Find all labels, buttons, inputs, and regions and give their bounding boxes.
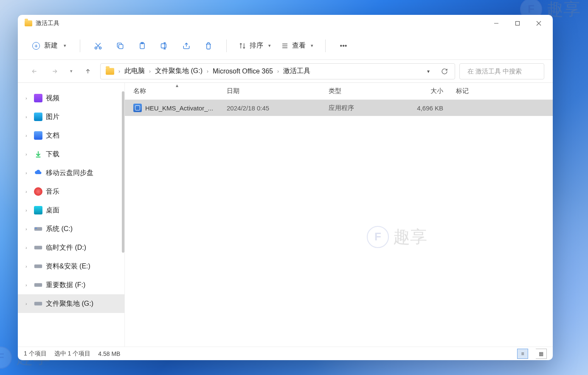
up-button[interactable] [80, 63, 96, 79]
view-label: 查看 [292, 41, 306, 50]
separator [80, 39, 80, 52]
icons-view-button[interactable]: ▦ [536, 349, 547, 359]
sidebar-item-desktop[interactable]: ›桌面 [18, 201, 124, 220]
chevron-right-icon: › [25, 189, 31, 194]
status-bar: 1 个项目 选中 1 个项目 4.58 MB ≡ ▦ [18, 347, 553, 360]
search-box[interactable] [459, 63, 544, 79]
titlebar[interactable]: 激活工具 [18, 15, 553, 32]
sidebar-item-pictures[interactable]: ›图片 [18, 107, 124, 126]
chevron-right-icon: › [25, 301, 31, 306]
svg-rect-21 [34, 227, 42, 231]
svg-rect-26 [34, 302, 42, 305]
chevron-right-icon: › [25, 264, 31, 269]
maximize-button[interactable] [507, 15, 528, 32]
sidebar-item-drive-c[interactable]: ›系统 (C:) [18, 220, 124, 238]
column-header[interactable]: ▴ 名称 日期 类型 大小 标记 [125, 83, 553, 100]
sidebar-item-documents[interactable]: ›文档 [18, 126, 124, 145]
breadcrumb-sep: › [148, 68, 152, 74]
file-area: ▴ 名称 日期 类型 大小 标记 HEU_KMS_Activator_... 2… [125, 83, 553, 347]
toolbar: + 新建 ▾ 排序 ▾ 查看 ▾ ••• [18, 32, 553, 60]
breadcrumb-folder2[interactable]: 激活工具 [281, 65, 313, 77]
explorer-window: 激活工具 + 新建 ▾ 排序 ▾ 查看 ▾ ••• [18, 15, 553, 360]
file-name: HEU_KMS_Activator_... [145, 104, 227, 112]
chevron-down-icon: ▾ [64, 43, 66, 48]
new-button[interactable]: + 新建 ▾ [26, 39, 72, 53]
view-button[interactable]: 查看 ▾ [277, 39, 318, 53]
address-bar[interactable]: › 此电脑 › 文件聚集地 (G:) › Microsoft Office 36… [100, 63, 455, 79]
drive-icon [34, 243, 42, 252]
file-row[interactable]: HEU_KMS_Activator_... 2024/2/18 0:45 应用程… [125, 100, 553, 116]
app-icon [133, 104, 142, 112]
close-button[interactable] [528, 15, 549, 32]
desktop-icon [34, 206, 42, 214]
sidebar-item-drive-d[interactable]: ›临时文件 (D:) [18, 238, 124, 257]
sidebar-item-label: 下载 [46, 150, 59, 159]
sidebar-item-label: 资料&安装 (E:) [46, 262, 90, 271]
column-name[interactable]: 名称 [133, 87, 227, 95]
sidebar-item-videos[interactable]: ›视频 [18, 89, 124, 107]
column-date[interactable]: 日期 [227, 87, 329, 95]
paste-button[interactable] [132, 36, 152, 56]
breadcrumb-sep: › [206, 68, 209, 74]
column-tag[interactable]: 标记 [456, 87, 553, 95]
column-type[interactable]: 类型 [329, 87, 405, 95]
breadcrumb-pc[interactable]: 此电脑 [122, 65, 147, 77]
document-icon [34, 131, 42, 140]
history-dropdown[interactable]: ▾ [421, 64, 436, 79]
file-date: 2024/2/18 0:45 [227, 104, 329, 112]
forward-button[interactable] [47, 63, 63, 79]
sidebar-item-downloads[interactable]: ›下载 [18, 145, 124, 164]
video-icon [34, 94, 42, 102]
svg-rect-8 [119, 44, 123, 48]
more-button[interactable]: ••• [333, 36, 354, 56]
file-size: 4,696 KB [405, 104, 456, 112]
watermark-logo-icon: F [0, 347, 12, 369]
svg-rect-24 [34, 265, 42, 268]
download-icon [34, 150, 42, 158]
details-view-button[interactable]: ≡ [517, 349, 528, 359]
chevron-right-icon: › [25, 245, 31, 250]
status-size: 4.58 MB [98, 350, 120, 357]
sidebar-item-cloud[interactable]: ›移动云盘同步盘 [18, 164, 124, 182]
cloud-icon [34, 169, 42, 177]
chevron-right-icon: › [25, 96, 31, 101]
chevron-right-icon: › [25, 114, 31, 119]
status-count: 1 个项目 [24, 350, 47, 358]
rename-button[interactable] [154, 36, 174, 56]
watermark-center: F 趣享 [367, 225, 427, 248]
sidebar-item-drive-f[interactable]: ›重要数据 (F:) [18, 276, 124, 294]
breadcrumb-folder1[interactable]: Microsoft Office 365 [210, 66, 276, 77]
chevron-right-icon: › [25, 133, 31, 138]
sidebar[interactable]: ›视频 ›图片 ›文档 ›下载 ›移动云盘同步盘 ›音乐 ›桌面 ›系统 (C:… [18, 83, 125, 347]
chevron-right-icon: › [25, 170, 31, 175]
sidebar-item-drive-g[interactable]: ›文件聚集地 (G:) [18, 294, 124, 313]
view-icon [281, 42, 289, 50]
search-input[interactable] [467, 68, 548, 75]
share-button[interactable] [176, 36, 197, 56]
breadcrumb-drive[interactable]: 文件聚集地 (G:) [152, 65, 205, 77]
sidebar-item-label: 音乐 [46, 187, 59, 196]
delete-button[interactable] [198, 36, 219, 56]
cut-button[interactable] [88, 36, 108, 56]
svg-point-4 [95, 47, 97, 49]
separator [325, 39, 326, 52]
sidebar-item-music[interactable]: ›音乐 [18, 182, 124, 201]
minimize-button[interactable] [486, 15, 507, 32]
sidebar-item-label: 移动云盘同步盘 [46, 169, 93, 178]
sidebar-item-label: 系统 (C:) [46, 225, 73, 234]
sidebar-item-drive-e[interactable]: ›资料&安装 (E:) [18, 257, 124, 276]
sidebar-item-label: 视频 [46, 94, 59, 103]
folder-icon [25, 20, 32, 26]
sort-button[interactable]: 排序 ▾ [234, 39, 275, 53]
breadcrumb-sep: › [276, 68, 280, 74]
copy-button[interactable] [110, 36, 130, 56]
column-size[interactable]: 大小 [405, 87, 456, 95]
breadcrumb-sep: › [118, 68, 121, 74]
new-label: 新建 [44, 41, 58, 50]
refresh-button[interactable] [437, 64, 452, 79]
sidebar-item-label: 文件聚集地 (G:) [46, 299, 93, 308]
drive-icon [34, 225, 42, 233]
recent-dropdown[interactable]: ▾ [67, 63, 76, 79]
back-button[interactable] [26, 63, 42, 79]
chevron-right-icon: › [25, 226, 31, 231]
